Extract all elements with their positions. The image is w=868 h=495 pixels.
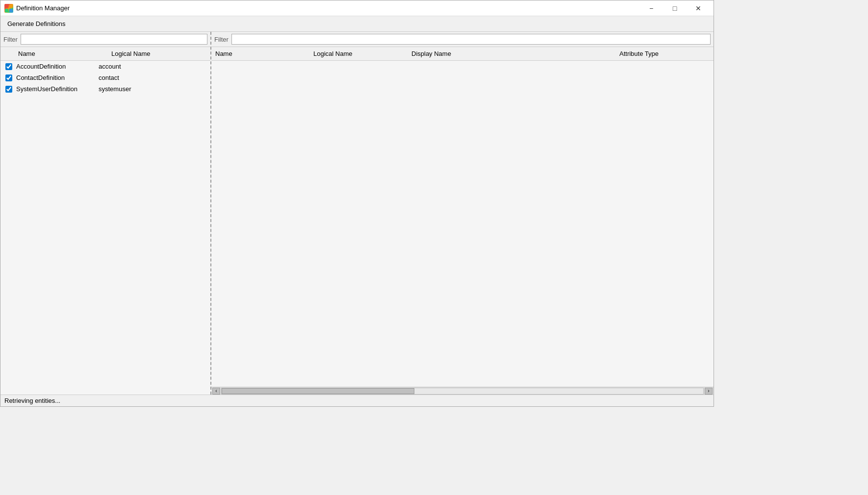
table-row[interactable]: SystemUserDefinition systemuser bbox=[0, 83, 210, 95]
left-col-header-name[interactable]: Name bbox=[14, 49, 107, 58]
left-filter-label: Filter bbox=[3, 36, 18, 43]
checkbox-cell bbox=[3, 63, 14, 70]
svg-rect-3 bbox=[9, 9, 13, 12]
left-data-list: AccountDefinition account ContactDefinit… bbox=[0, 61, 210, 395]
svg-rect-0 bbox=[5, 4, 8, 8]
title-bar-controls: − □ ✕ bbox=[640, 1, 710, 16]
right-column-header: Name Logical Name Display Name Attribute… bbox=[211, 47, 714, 61]
checkbox-cell bbox=[3, 74, 14, 81]
row-checkbox-account[interactable] bbox=[5, 63, 12, 70]
generate-definitions-button[interactable]: Generate Definitions bbox=[5, 19, 68, 28]
left-col-header-logical[interactable]: Logical Name bbox=[107, 49, 210, 58]
toolbar: Generate Definitions bbox=[0, 16, 714, 32]
left-panel: Filter Name Logical Name AccountDefiniti… bbox=[0, 32, 211, 395]
scroll-right-arrow[interactable]: › bbox=[705, 388, 713, 395]
scroll-left-arrow[interactable]: ‹ bbox=[212, 388, 220, 395]
scroll-thumb[interactable] bbox=[222, 388, 414, 394]
app-icon bbox=[4, 4, 13, 13]
row-name-contact: ContactDefinition bbox=[14, 73, 97, 82]
row-checkbox-systemuser[interactable] bbox=[5, 86, 12, 93]
row-checkbox-contact[interactable] bbox=[5, 74, 12, 81]
right-filter-label: Filter bbox=[214, 36, 229, 43]
row-name-systemuser: SystemUserDefinition bbox=[14, 84, 97, 94]
row-name-account: AccountDefinition bbox=[14, 62, 97, 71]
window-title: Definition Manager bbox=[16, 4, 70, 12]
left-column-header: Name Logical Name bbox=[0, 47, 210, 61]
svg-rect-1 bbox=[9, 4, 13, 8]
right-data-area bbox=[211, 61, 714, 387]
horizontal-scrollbar[interactable]: ‹ › bbox=[211, 387, 714, 395]
close-button[interactable]: ✕ bbox=[687, 1, 710, 16]
right-col-header-display[interactable]: Display Name bbox=[408, 49, 615, 58]
left-filter-input[interactable] bbox=[21, 34, 207, 45]
row-logical-contact: contact bbox=[97, 73, 207, 82]
right-filter-input[interactable] bbox=[231, 34, 711, 45]
main-content: Filter Name Logical Name AccountDefiniti… bbox=[0, 32, 714, 395]
main-window: Definition Manager − □ ✕ Generate Defini… bbox=[0, 0, 714, 407]
checkbox-cell bbox=[3, 86, 14, 93]
title-bar: Definition Manager − □ ✕ bbox=[0, 0, 714, 16]
svg-rect-2 bbox=[5, 9, 8, 12]
status-bar: Retrieving entities... bbox=[0, 395, 714, 406]
maximize-button[interactable]: □ bbox=[664, 1, 686, 16]
right-filter-row: Filter bbox=[211, 32, 714, 47]
table-row[interactable]: ContactDefinition contact bbox=[0, 72, 210, 83]
status-text: Retrieving entities... bbox=[4, 397, 60, 404]
right-panel: Filter Name Logical Name Display Name At… bbox=[211, 32, 714, 395]
right-col-header-name[interactable]: Name bbox=[211, 49, 309, 58]
title-bar-left: Definition Manager bbox=[4, 4, 70, 13]
scroll-track[interactable] bbox=[221, 388, 704, 395]
row-logical-systemuser: systemuser bbox=[97, 84, 207, 94]
left-filter-row: Filter bbox=[0, 32, 210, 47]
right-col-header-logical[interactable]: Logical Name bbox=[309, 49, 408, 58]
minimize-button[interactable]: − bbox=[640, 1, 663, 16]
table-row[interactable]: AccountDefinition account bbox=[0, 61, 210, 72]
right-col-header-attribute-type[interactable]: Attribute Type bbox=[615, 49, 714, 58]
row-logical-account: account bbox=[97, 62, 207, 71]
